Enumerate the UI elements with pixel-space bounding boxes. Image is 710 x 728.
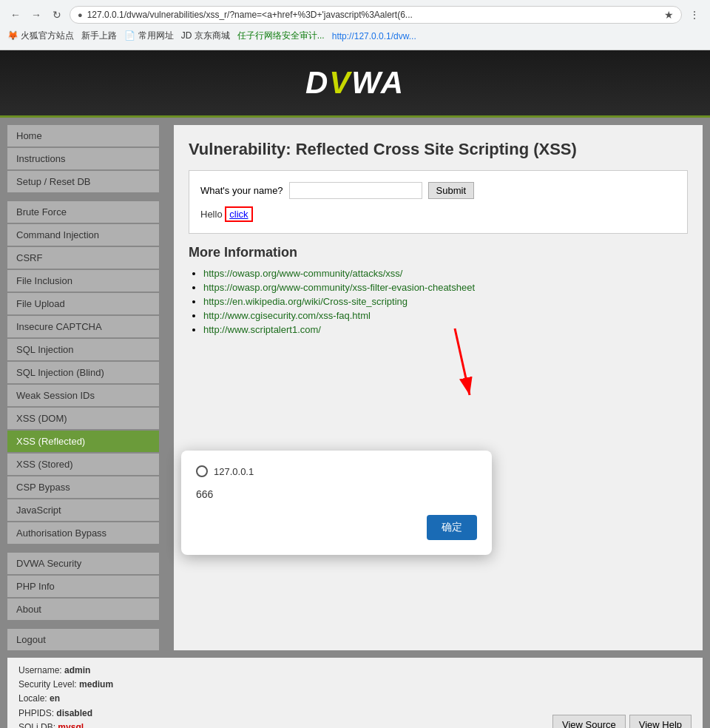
info-link-1[interactable]: https://owasp.org/www-community/attacks/… <box>203 268 402 279</box>
list-item: https://owasp.org/www-community/xss-filt… <box>203 282 688 293</box>
sidebar-item-sql-injection-blind[interactable]: SQL Injection (Blind) <box>7 362 159 383</box>
dialog-confirm-button[interactable]: 确定 <box>427 515 477 540</box>
sidebar-item-instructions[interactable]: Instructions <box>7 148 159 169</box>
menu-button[interactable]: ⋮ <box>686 7 703 23</box>
sqli-value: mysql <box>58 722 84 728</box>
info-link-2[interactable]: https://owasp.org/www-community/xss-filt… <box>203 282 475 293</box>
username-label: Username: <box>18 665 62 675</box>
dialog-message: 666 <box>196 488 477 500</box>
page-wrapper: DVWA Home Instructions Setup / Reset DB … <box>0 50 710 728</box>
bookmark-firefox[interactable]: 🦊 火狐官方站点 <box>7 30 74 42</box>
locale-label: Locale: <box>18 693 47 704</box>
sidebar-item-dvwa-security[interactable]: DVWA Security <box>7 553 159 574</box>
page-title: Vulnerability: Reflected Cross Site Scri… <box>189 140 688 159</box>
sqli-label: SQLi DB: <box>18 722 55 728</box>
sidebar-item-setup[interactable]: Setup / Reset DB <box>7 171 159 192</box>
dialog-footer: 确定 <box>196 515 477 540</box>
name-label: What's your name? <box>200 185 283 196</box>
forward-button[interactable]: → <box>28 7 44 23</box>
sidebar-item-brute-force[interactable]: Brute Force <box>7 201 159 223</box>
sidebar-item-home[interactable]: Home <box>7 125 159 146</box>
bookmark-common[interactable]: 📄 常用网址 <box>124 30 173 42</box>
sidebar-item-weak-session[interactable]: Weak Session IDs <box>7 385 159 406</box>
sidebar-item-csrf[interactable]: CSRF <box>7 247 159 269</box>
dialog-header: 127.0.0.1 <box>196 465 477 477</box>
secure-icon: ● <box>78 10 83 19</box>
sidebar-item-xss-stored[interactable]: XSS (Stored) <box>7 454 159 475</box>
user-info: Username: admin Security Level: medium L… <box>18 664 113 728</box>
info-links-list: https://owasp.org/www-community/attacks/… <box>189 268 688 335</box>
hello-row: Hello click <box>200 206 676 222</box>
sidebar-item-file-inclusion[interactable]: File Inclusion <box>7 270 159 291</box>
sidebar-item-xss-reflected[interactable]: XSS (Reflected) <box>7 431 159 452</box>
name-input[interactable] <box>289 182 422 199</box>
username-row: Username: admin <box>18 664 113 678</box>
browser-chrome: ← → ↻ ● 127.0.0.1/dvwa/vulnerabilities/x… <box>0 0 710 50</box>
list-item: https://owasp.org/www-community/attacks/… <box>203 268 688 279</box>
sidebar-item-csp-bypass[interactable]: CSP Bypass <box>7 476 159 498</box>
locale-value: en <box>50 693 60 704</box>
list-item: https://en.wikipedia.org/wiki/Cross-site… <box>203 296 688 307</box>
info-link-3[interactable]: https://en.wikipedia.org/wiki/Cross-site… <box>203 296 408 307</box>
url-text: 127.0.0.1/dvwa/vulnerabilities/xss_r/?na… <box>87 10 660 20</box>
main-content: Home Instructions Setup / Reset DB Brute… <box>0 118 710 658</box>
security-row: Security Level: medium <box>18 678 113 692</box>
form-row: What's your name? Submit <box>200 182 676 199</box>
sidebar-item-file-upload[interactable]: File Upload <box>7 293 159 314</box>
bookmark-newbie[interactable]: 新手上路 <box>81 30 117 42</box>
phpids-row: PHPIDS: disabled <box>18 707 113 721</box>
more-info-title: More Information <box>189 245 688 260</box>
hello-text: Hello <box>200 209 223 220</box>
address-bar[interactable]: ● 127.0.0.1/dvwa/vulnerabilities/xss_r/?… <box>70 6 682 24</box>
dialog-ip: 127.0.0.1 <box>214 466 254 477</box>
more-info-section: More Information https://owasp.org/www-c… <box>189 245 688 335</box>
submit-button[interactable]: Submit <box>428 182 474 199</box>
info-link-5[interactable]: http://www.scriptalert1.com/ <box>203 324 321 335</box>
bookmark-dvwa[interactable]: http://127.0.0.1/dvw... <box>332 31 416 41</box>
dvwa-logo: DVWA <box>15 65 695 101</box>
click-link[interactable]: click <box>225 206 252 222</box>
sqli-row: SQLi DB: mysql <box>18 721 113 728</box>
bookmark-star-icon[interactable]: ★ <box>664 9 674 21</box>
content-panel: Vulnerability: Reflected Cross Site Scri… <box>174 125 703 650</box>
refresh-button[interactable]: ↻ <box>49 7 65 23</box>
sidebar-item-logout[interactable]: Logout <box>7 629 159 650</box>
username-value: admin <box>64 665 90 675</box>
locale-row: Locale: en <box>18 692 113 706</box>
phpids-label: PHPIDS: <box>18 708 54 718</box>
info-link-4[interactable]: http://www.cgisecurity.com/xss-faq.html <box>203 310 371 321</box>
phpids-value: disabled <box>56 708 92 718</box>
bookmark-security[interactable]: 任子行网络安全审计... <box>237 30 325 42</box>
dvwa-header: DVWA <box>0 50 710 118</box>
view-buttons: View Source View Help <box>552 715 692 728</box>
bookmark-jd[interactable]: JD 京东商城 <box>181 30 230 42</box>
sidebar: Home Instructions Setup / Reset DB Brute… <box>0 118 166 658</box>
sidebar-item-javascript[interactable]: JavaScript <box>7 499 159 521</box>
alert-dialog: 127.0.0.1 666 确定 <box>181 451 492 555</box>
sidebar-item-insecure-captcha[interactable]: Insecure CAPTCHA <box>7 316 159 337</box>
sidebar-item-xss-dom[interactable]: XSS (DOM) <box>7 408 159 429</box>
bookmarks-bar: 🦊 火狐官方站点 新手上路 📄 常用网址 JD 京东商城 任子行网络安全审计..… <box>7 28 703 44</box>
svg-line-1 <box>455 328 470 395</box>
bottom-bar: Username: admin Security Level: medium L… <box>7 658 703 728</box>
sidebar-item-php-info[interactable]: PHP Info <box>7 576 159 597</box>
list-item: http://www.cgisecurity.com/xss-faq.html <box>203 310 688 321</box>
view-source-button[interactable]: View Source <box>552 715 626 728</box>
sidebar-item-command-injection[interactable]: Command Injection <box>7 224 159 246</box>
security-label: Security Level: <box>18 679 77 690</box>
back-button[interactable]: ← <box>7 7 24 23</box>
browser-nav: ← → ↻ ● 127.0.0.1/dvwa/vulnerabilities/x… <box>7 6 703 24</box>
security-value: medium <box>79 679 113 690</box>
sidebar-item-auth-bypass[interactable]: Authorisation Bypass <box>7 522 159 544</box>
sidebar-item-sql-injection[interactable]: SQL Injection <box>7 339 159 360</box>
list-item: http://www.scriptalert1.com/ <box>203 324 688 335</box>
form-area: What's your name? Submit Hello click <box>189 170 688 234</box>
sidebar-item-about[interactable]: About <box>7 599 159 620</box>
globe-icon <box>196 465 208 477</box>
view-help-button[interactable]: View Help <box>629 715 692 728</box>
